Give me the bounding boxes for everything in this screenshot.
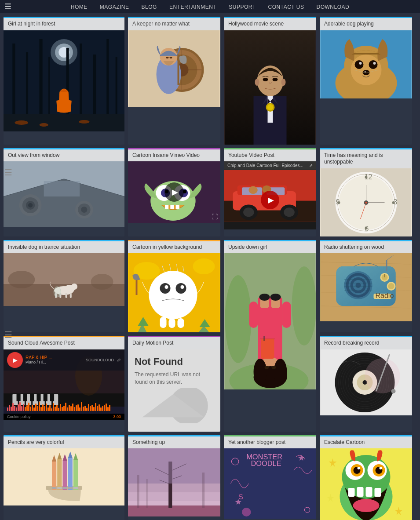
card-cartoon-vimeo[interactable]: Cartoon Insane Vimeo Video [128,148,220,236]
not-found-heading: Not Found [135,356,214,367]
card-something-up[interactable]: Something up [128,435,220,520]
svg-point-165 [292,266,317,345]
card-title-time-meaning: Time has meaning and is unstoppable [320,148,412,168]
svg-point-36 [71,284,77,290]
card-yet-blogger[interactable]: Yet another blogger post S MONSTER DOODL… [224,435,316,520]
svg-point-260 [391,389,396,393]
svg-point-242 [388,283,394,289]
nav-support[interactable]: SUPPORT [229,4,256,10]
svg-text:9: 9 [336,198,340,206]
svg-text:3: 3 [394,198,398,206]
card-invisible-dog[interactable]: Invisible dog in trance situation [4,240,124,333]
card-time-meaning[interactable]: Time has meaning and is unstoppable [320,148,412,236]
svg-rect-177 [261,339,274,359]
svg-point-175 [265,366,269,369]
svg-rect-178 [264,336,265,341]
svg-point-101 [193,258,215,274]
invisible-dog-image [4,253,124,306]
hollywood-image [224,30,316,145]
something-up-image [128,448,220,516]
soundcloud-play-button[interactable]: ▶ [7,352,23,368]
svg-rect-267 [375,488,381,497]
dog-playing-image [320,30,412,98]
svg-point-41 [54,287,61,297]
card-title-yet-blogger: Yet another blogger post [224,435,316,449]
nav-download[interactable]: DOWNLOAD [316,4,349,10]
nav-home[interactable]: HOME [71,4,88,10]
nav-blog[interactable]: BLOG [142,4,157,10]
svg-rect-97 [170,205,174,209]
card-soundcloud[interactable]: Sound Cloud Awesome Post [4,336,124,431]
svg-rect-266 [366,487,373,497]
card-cartoon-yellow[interactable]: Cartoon in yellow background [128,240,220,333]
cookie-policy[interactable]: Cookie policy [7,415,31,419]
soundcloud-duration: 3:00 [113,415,121,419]
yet-blogger-image: S MONSTER DOODLE [224,448,316,519]
sidebar-hamburger-1[interactable]: ☰ [4,167,12,178]
card-youtube[interactable]: Youtube Video Post Chip and Dale Cartoon… [224,148,316,236]
svg-rect-169 [249,302,258,328]
nav-magazine[interactable]: MAGAZINE [100,4,129,10]
card-pencils[interactable]: Pencils are very colorful [4,435,124,520]
time-meaning-image: 12 3 6 9 [320,168,412,236]
card-title-hollywood: Hollywood movie scene [224,17,316,30]
svg-point-275 [358,467,360,469]
card-title-record: Record breaking record [320,336,412,349]
card-hollywood[interactable]: Hollywood movie scene [224,17,316,145]
card-title-cartoon-yellow: Cartoon in yellow background [128,240,220,254]
card-escalate[interactable]: Escalate Cartoon [320,435,412,520]
card-girl-night[interactable]: Girl at night in forest [4,17,124,145]
svg-point-144 [263,78,268,81]
upside-girl-image [224,253,316,389]
youtube-share-icon[interactable]: ⇗ [309,163,313,168]
vimeo-play-button[interactable]: ▶ [164,182,184,202]
card-radio[interactable]: Radio shuttering on wood [320,240,412,333]
svg-rect-75 [73,487,78,489]
girl-night-image [4,30,124,131]
svg-point-197 [369,60,378,69]
svg-point-173 [254,359,267,385]
card-out-window[interactable]: Out view from window [4,148,124,236]
svg-rect-112 [169,318,175,328]
youtube-header: Chip and Dale Cartoon Full Episodes... ⇗ [224,161,316,170]
card-title-keeper: A keeper no matter what [128,17,220,30]
svg-point-28 [81,207,87,213]
svg-point-268 [353,499,380,512]
svg-point-233 [356,283,361,288]
expand-icon[interactable]: ⛶ [212,213,218,220]
not-found-message: The requested URL was not found on this … [135,371,214,386]
svg-point-159 [284,208,295,217]
radio-image: Radio [320,253,412,321]
soundcloud-image: ▶ RAP & HIP-... Piano / Hi... SOUNDCLOUD… [4,349,124,420]
nav-contact[interactable]: CONTACT US [268,4,304,10]
nav-entertainment[interactable]: ENTERTAINMENT [169,4,216,10]
svg-rect-264 [348,488,355,497]
svg-rect-125 [128,505,220,516]
page-wrapper: ☰ HOME MAGAZINE BLOG ENTERTAINMENT SUPPO… [0,0,420,520]
soundcloud-logo: SOUNDCLOUD [86,358,114,362]
sidebar-hamburger-2[interactable]: ☰ [4,330,12,340]
card-record[interactable]: Record breaking record [320,336,412,431]
card-keeper[interactable]: A keeper no matter what [128,17,220,145]
svg-point-198 [359,62,362,65]
svg-rect-85 [178,55,179,85]
card-upside-girl[interactable]: Upside down girl [224,240,316,432]
soundcloud-share-icon[interactable]: ⇗ [117,357,121,363]
card-title-pencils: Pencils are very colorful [4,435,124,449]
svg-point-157 [243,208,254,217]
svg-point-102 [149,271,197,319]
record-image [320,349,412,415]
main-grid: Girl at night in forest [0,13,420,520]
youtube-play-button[interactable]: ▶ [261,191,279,209]
svg-rect-64 [57,459,62,490]
menu-hamburger-icon[interactable]: ☰ [4,2,11,11]
youtube-image: Chip and Dale Cartoon Full Episodes... ⇗ [224,161,316,229]
keeper-image [128,30,220,107]
card-dog-playing[interactable]: Adorable dog playing [320,17,412,145]
card-title-dog-playing: Adorable dog playing [320,17,412,30]
card-daily-motion[interactable]: Daily Motion Post Not Found The requeste… [128,336,220,431]
svg-point-174 [274,359,287,385]
svg-text:Radio: Radio [376,292,394,299]
svg-point-106 [181,285,184,289]
soundcloud-waveform [4,400,124,411]
